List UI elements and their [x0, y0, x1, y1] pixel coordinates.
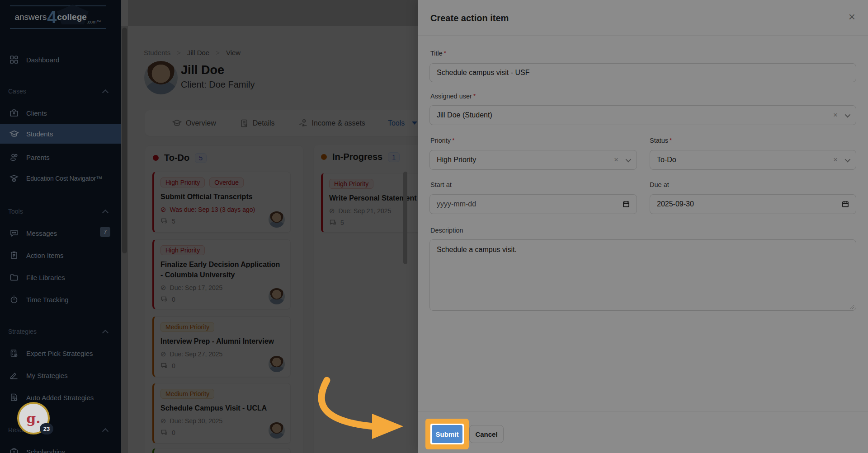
logo-text-4: 4 — [47, 9, 57, 26]
clear-icon[interactable]: × — [833, 155, 838, 164]
calendar-icon[interactable] — [842, 201, 849, 208]
clear-icon[interactable]: × — [614, 155, 618, 164]
section-label: Tools — [8, 208, 23, 215]
sidebar-item-label: Expert Pick Strategies — [26, 350, 93, 357]
chevron-up-icon[interactable] — [102, 428, 108, 434]
calendar-icon[interactable] — [623, 201, 630, 208]
sidebar-item-label: Parents — [26, 154, 50, 161]
section-label: Strategies — [8, 328, 37, 335]
sidebar-item-action-items[interactable]: Action Items — [0, 246, 121, 264]
stopwatch-icon — [9, 294, 19, 305]
drawer-title: Create action item — [430, 13, 509, 23]
create-action-item-drawer: Create action item × Title Schedule camp… — [418, 0, 868, 453]
document-gear-icon — [9, 392, 19, 403]
scholarship-bag-icon — [9, 446, 19, 453]
section-label: Cases — [8, 88, 26, 95]
sidebar-item-label: Dashboard — [26, 56, 59, 64]
sidebar-item-label: Time Tracking — [26, 296, 69, 304]
drawer-footer: Cancel — [418, 411, 868, 453]
chevron-down-icon[interactable] — [845, 112, 851, 117]
logo-text-college: college — [57, 12, 86, 22]
drawer-header: Create action item × — [418, 0, 868, 36]
sidebar-item-label: Scholarships — [26, 448, 65, 453]
start-at-date-input[interactable]: yyyy-mm-dd — [429, 194, 637, 214]
sidebar-item-auto-added-strategies[interactable]: Auto Added Strategies — [0, 388, 121, 406]
sidebar-item-label: Students — [26, 130, 53, 138]
cost-navigator-icon — [9, 173, 19, 184]
dashboard-icon — [9, 54, 19, 65]
sidebar-item-messages[interactable]: Messages 7 — [0, 224, 121, 242]
guide-widget-count-badge: 23 — [40, 423, 53, 434]
sidebar-item-expert-pick-strategies[interactable]: Expert Pick Strategies — [0, 344, 121, 362]
due-at-label: Due at — [650, 181, 669, 188]
submit-button[interactable]: Submit — [432, 425, 462, 443]
logo-text-com: .com™ — [87, 19, 101, 24]
sidebar-item-label: My Strategies — [26, 372, 68, 379]
close-icon[interactable]: × — [849, 11, 855, 23]
chevron-up-icon[interactable] — [102, 89, 108, 96]
status-value: To-Do — [657, 156, 833, 164]
clipboard-stars-icon — [9, 348, 19, 359]
start-at-placeholder: yyyy-mm-dd — [437, 200, 623, 208]
chevron-up-icon[interactable] — [102, 210, 108, 216]
sidebar-item-time-tracking[interactable]: Time Tracking — [0, 290, 121, 308]
due-at-date-input[interactable]: 2025-09-30 — [650, 194, 856, 214]
chevron-up-icon[interactable] — [102, 330, 108, 336]
due-at-value: 2025-09-30 — [657, 200, 842, 208]
clipboard-list-icon — [9, 250, 19, 261]
start-at-label: Start at — [430, 181, 452, 188]
submit-highlight-ring: Submit — [430, 424, 464, 444]
submit-highlight-annotation: Submit — [425, 419, 469, 449]
sidebar-section-tools[interactable]: Tools — [8, 208, 23, 215]
sidebar-item-label: Clients — [26, 109, 47, 117]
sidebar-section-cases[interactable]: Cases — [8, 88, 26, 95]
assigned-user-value: Jill Doe (Student) — [437, 111, 833, 119]
sidebar-item-scholarships[interactable]: Scholarships — [0, 443, 121, 453]
chat-bubble-icon — [9, 228, 19, 238]
priority-value: High Priority — [437, 156, 614, 164]
assigned-user-select[interactable]: Jill Doe (Student) × — [429, 105, 856, 125]
priority-label: Priority — [430, 137, 454, 144]
app: answers 4 college .com™ Dashboard Cases … — [0, 0, 868, 453]
chevron-down-icon[interactable] — [845, 156, 851, 162]
sidebar-item-dashboard[interactable]: Dashboard — [0, 51, 121, 69]
clear-icon[interactable]: × — [833, 111, 838, 120]
sidebar-item-label: Messages — [26, 229, 57, 237]
sidebar-item-label: File Libraries — [26, 274, 65, 281]
guide-widget-button[interactable]: g. 23 — [17, 402, 50, 434]
title-input[interactable]: Schedule campus visit - USF — [429, 63, 856, 82]
sidebar-item-education-cost-navigator[interactable]: Education Cost Navigator™ — [0, 169, 121, 187]
sidebar-item-label: Action Items — [26, 252, 64, 259]
priority-select[interactable]: High Priority × — [429, 150, 637, 170]
sidebar-section-strategies[interactable]: Strategies — [8, 328, 37, 335]
sidebar-item-file-libraries[interactable]: File Libraries — [0, 268, 121, 286]
description-value: Schedule a campus visit. — [437, 246, 517, 253]
cancel-button[interactable]: Cancel — [469, 425, 504, 443]
sidebar-item-clients[interactable]: Clients — [0, 104, 121, 122]
logo-text: answers — [14, 12, 47, 22]
graduation-cap-icon — [9, 129, 19, 140]
sidebar-item-students[interactable]: Students — [0, 124, 121, 144]
sidebar-item-label: Auto Added Strategies — [26, 394, 94, 402]
chevron-down-icon[interactable] — [626, 156, 632, 162]
resize-handle[interactable] — [850, 304, 854, 309]
description-label: Description — [430, 227, 463, 234]
title-label: Title — [430, 50, 446, 57]
sidebar-item-parents[interactable]: Parents — [0, 148, 121, 166]
sidebar-item-label: Education Cost Navigator™ — [26, 175, 102, 182]
folder-icon — [9, 272, 19, 283]
guide-widget-label: g. — [26, 411, 40, 426]
briefcase-icon — [9, 107, 19, 118]
pen-signature-icon — [9, 370, 19, 381]
status-select[interactable]: To-Do × — [650, 150, 856, 170]
assigned-user-label: Assigned user — [430, 93, 476, 100]
sidebar-item-my-strategies[interactable]: My Strategies — [0, 366, 121, 384]
title-value: Schedule campus visit - USF — [437, 69, 849, 77]
status-label: Status — [650, 137, 672, 144]
description-textarea[interactable]: Schedule a campus visit. — [429, 239, 856, 311]
sidebar: answers 4 college .com™ Dashboard Cases … — [0, 0, 121, 453]
app-logo[interactable]: answers 4 college .com™ — [10, 5, 106, 29]
people-icon — [9, 152, 19, 163]
messages-count-badge: 7 — [100, 227, 110, 237]
